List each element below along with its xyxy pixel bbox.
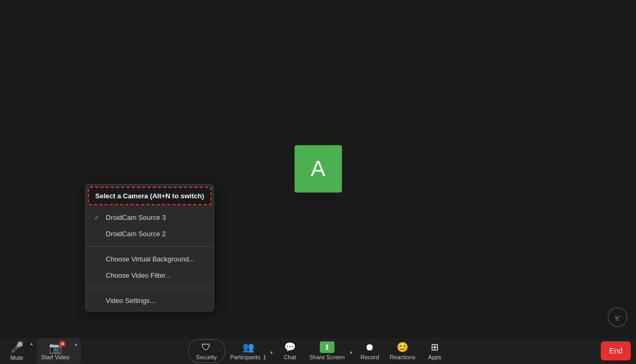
mute-button[interactable]: 🎤 Mute	[5, 339, 28, 363]
security-button[interactable]: 🛡 Security	[188, 339, 225, 363]
video-group: 📷 ✕ Start Video ▲	[37, 338, 81, 363]
shield-icon: 🛡	[201, 342, 211, 353]
toolbar-right: End	[601, 341, 631, 360]
chat-label: Chat	[284, 354, 296, 360]
dropdown-header: Select a Camera (Alt+N to switch)	[88, 187, 211, 205]
droidcam3-item[interactable]: ✓ DroidCam Source 3	[86, 209, 214, 226]
reactions-icon: 😊	[397, 341, 408, 353]
video-icon-container: 📷 ✕	[48, 341, 63, 353]
svg-text:🦅: 🦅	[614, 314, 622, 321]
virtual-bg-label: Choose Virtual Background...	[106, 255, 195, 263]
video-filter-item[interactable]: Choose Video Filter...	[86, 267, 214, 284]
start-video-label: Start Video	[41, 354, 69, 360]
mute-label: Mute	[11, 355, 23, 361]
participants-label: Participants 1	[230, 354, 266, 360]
toolbar-left: 🎤 Mute ▲ 📷 ✕ Start Video ▲	[5, 338, 81, 363]
apps-label: Apps	[428, 354, 441, 360]
participants-icon: 👥	[243, 341, 254, 353]
video-settings-item[interactable]: Video Settings...	[86, 292, 214, 309]
mic-icon: 🎤	[11, 341, 24, 353]
virtual-bg-item[interactable]: Choose Virtual Background...	[86, 251, 214, 267]
participants-button[interactable]: 👥 Participants 1	[227, 339, 269, 362]
share-screen-group: ⬆ Share Screen ▲	[305, 339, 354, 362]
virtual-bg-section: Choose Virtual Background... Choose Vide…	[86, 249, 214, 286]
chevron-up-icon-4: ▲	[349, 350, 353, 355]
start-video-button[interactable]: 📷 ✕ Start Video	[38, 339, 73, 362]
droidcam2-label: DroidCam Source 2	[106, 230, 166, 238]
mute-group: 🎤 Mute ▲	[5, 339, 35, 363]
droidcam2-item[interactable]: DroidCam Source 2	[86, 226, 214, 242]
record-label: Record	[360, 354, 379, 360]
share-icon: ⬆	[320, 341, 335, 353]
end-label: End	[609, 347, 622, 355]
reactions-label: Reactions	[390, 354, 416, 360]
check-icon: ✓	[94, 214, 102, 221]
mute-arrow-button[interactable]: ▲	[28, 339, 35, 346]
reactions-button[interactable]: 😊 Reactions	[386, 339, 420, 362]
share-screen-label: Share Screen	[309, 354, 345, 360]
video-arrow-button[interactable]: ▲	[73, 339, 80, 347]
avatar-letter: A	[310, 156, 325, 181]
chevron-up-icon-3: ▲	[269, 350, 274, 355]
watermark: 🦅	[604, 307, 631, 332]
apps-button[interactable]: ⊞ Apps	[422, 339, 448, 362]
security-label: Security	[196, 354, 217, 360]
end-button[interactable]: End	[601, 341, 631, 360]
chat-icon: 💬	[284, 341, 296, 353]
video-settings-label: Video Settings...	[106, 297, 155, 305]
chevron-up-icon: ▲	[29, 341, 34, 346]
droidcam3-label: DroidCam Source 3	[106, 214, 166, 221]
toolbar-center: 🛡 Security 👥 Participants 1 ▲ 💬 Chat	[188, 339, 448, 363]
video-area: A 🦅 Select a Camera (Alt+N to switch) ✓ …	[0, 0, 636, 338]
share-screen-button[interactable]: ⬆ Share Screen	[305, 339, 349, 362]
toolbar: 🎤 Mute ▲ 📷 ✕ Start Video ▲	[0, 338, 636, 364]
video-filter-label: Choose Video Filter...	[106, 271, 171, 279]
share-arrow-button[interactable]: ▲	[349, 348, 354, 355]
apps-icon: ⊞	[431, 341, 439, 353]
divider-2	[86, 288, 214, 288]
record-icon: ⏺	[365, 342, 375, 353]
participants-group: 👥 Participants 1 ▲	[227, 339, 275, 362]
settings-section: Video Settings...	[86, 290, 214, 311]
chevron-up-icon-2: ▲	[74, 342, 78, 347]
camera-dropdown: Select a Camera (Alt+N to switch) ✓ Droi…	[85, 184, 214, 311]
record-button[interactable]: ⏺ Record	[356, 340, 383, 362]
divider-1	[86, 246, 214, 247]
participants-arrow-button[interactable]: ▲	[269, 348, 275, 355]
chat-button[interactable]: 💬 Chat	[277, 339, 303, 362]
red-x-badge: ✕	[59, 340, 66, 347]
camera-sources-section: ✓ DroidCam Source 3 DroidCam Source 2	[86, 207, 214, 244]
avatar: A	[295, 145, 342, 193]
